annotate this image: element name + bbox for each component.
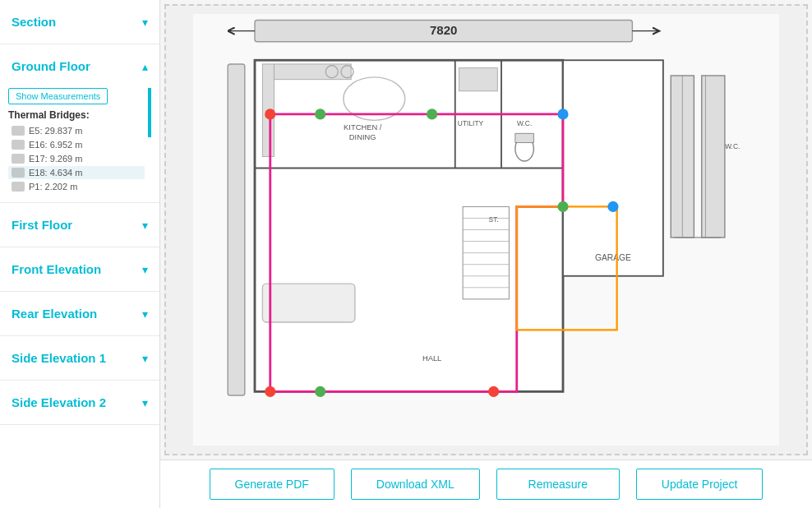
chevron-front-elevation-icon: ▾: [142, 263, 148, 276]
sidebar-item-section[interactable]: Section ▾: [0, 0, 159, 44]
show-measurements-button[interactable]: Show Measurements: [8, 88, 108, 104]
svg-rect-24: [459, 68, 498, 91]
sidebar-label-section: Section: [12, 15, 56, 29]
chevron-ground-floor-icon: ▴: [142, 60, 148, 73]
thermal-icon-E16: [12, 140, 25, 150]
node-green-top2: [427, 109, 437, 119]
room-garage-label: GARAGE: [595, 253, 631, 262]
thermal-icon-P1: [12, 182, 25, 192]
content-area: 7820 7528 UTILITY W.C. KITCHEN /: [160, 0, 812, 508]
svg-rect-5: [563, 60, 663, 276]
generate-pdf-button[interactable]: Generate PDF: [210, 469, 334, 500]
room-stairs-label: ST.: [489, 215, 499, 224]
thermal-bridges-title: Thermal Bridges:: [8, 109, 145, 121]
sidebar-item-front-elevation[interactable]: Front Elevation ▾: [0, 247, 159, 292]
bottom-bar: Generate PDF Download XML Remeasure Upda…: [160, 460, 812, 508]
svg-rect-23: [515, 133, 534, 142]
thermal-icon-E18: [12, 168, 25, 178]
sidebar: Section ▾ Ground Floor ▴ Show Measuremen…: [0, 0, 160, 508]
chevron-section-icon: ▾: [142, 16, 148, 29]
node-blue-topright: [558, 109, 569, 119]
floor-plan-svg: 7820 7528 UTILITY W.C. KITCHEN /: [193, 14, 779, 446]
thermal-item-E18[interactable]: E18: 4.634 m: [8, 166, 145, 179]
thermal-item-E17[interactable]: E17: 9.269 m: [8, 152, 145, 165]
thermal-icon-E17: [12, 154, 25, 164]
sidebar-item-side-elevation-1[interactable]: Side Elevation 1 ▾: [0, 336, 159, 381]
sidebar-item-ground-floor[interactable]: Ground Floor ▴ Show Measurements Thermal…: [0, 44, 159, 203]
sidebar-label-front-elevation: Front Elevation: [12, 262, 101, 276]
room-hall-label: HALL: [422, 354, 441, 363]
sidebar-label-side-elevation-1: Side Elevation 1: [12, 351, 106, 365]
node-green-mid2: [561, 204, 567, 210]
room-wc3-label: W.C.: [725, 142, 740, 150]
update-project-button[interactable]: Update Project: [636, 469, 764, 500]
room-wc-label: W.C.: [517, 119, 532, 127]
sidebar-item-first-floor[interactable]: First Floor ▾: [0, 203, 159, 247]
svg-rect-19: [275, 64, 352, 80]
ground-floor-panel: Show Measurements Thermal Bridges: E5: 2…: [0, 88, 159, 202]
node-red-topleft: [265, 109, 275, 119]
chevron-side-elevation-2-icon: ▾: [142, 396, 148, 409]
chevron-rear-elevation-icon: ▾: [142, 307, 148, 321]
node-green-top1: [315, 109, 325, 119]
room-utility-label: UTILITY: [458, 119, 484, 127]
width-dimension-label: 7820: [430, 23, 457, 37]
room-kitchen-label: KITCHEN /: [344, 123, 382, 132]
sidebar-item-rear-elevation[interactable]: Rear Elevation ▾: [0, 292, 159, 336]
node-red-bottomleft: [265, 386, 275, 397]
svg-rect-25: [263, 284, 356, 322]
download-xml-button[interactable]: Download XML: [351, 469, 480, 500]
floor-plan-container: 7820 7528 UTILITY W.C. KITCHEN /: [164, 4, 808, 455]
node-blue-mid: [608, 201, 619, 212]
thermal-item-E5[interactable]: E5: 29.837 m: [8, 124, 145, 137]
svg-rect-28: [702, 76, 725, 238]
node-green-bottom1: [315, 386, 325, 397]
room-dining-label: DINING: [349, 133, 376, 141]
thermal-item-E16[interactable]: E16: 6.952 m: [8, 138, 145, 151]
thermal-icon-E5: [12, 126, 25, 136]
thermal-item-P1[interactable]: P1: 2.202 m: [8, 180, 145, 193]
sidebar-item-side-elevation-2[interactable]: Side Elevation 2 ▾: [0, 381, 159, 425]
sidebar-label-rear-elevation: Rear Elevation: [12, 307, 97, 321]
node-red-bottom2: [488, 386, 499, 397]
chevron-first-floor-icon: ▾: [142, 219, 148, 232]
sidebar-label-first-floor: First Floor: [12, 218, 72, 232]
sidebar-label-side-elevation-2: Side Elevation 2: [12, 395, 106, 409]
chevron-side-elevation-1-icon: ▾: [142, 352, 148, 365]
svg-rect-3: [228, 64, 245, 395]
sidebar-label-ground-floor: Ground Floor: [12, 59, 90, 73]
remeasure-button[interactable]: Remeasure: [496, 469, 620, 500]
active-indicator-bar: [148, 88, 151, 137]
